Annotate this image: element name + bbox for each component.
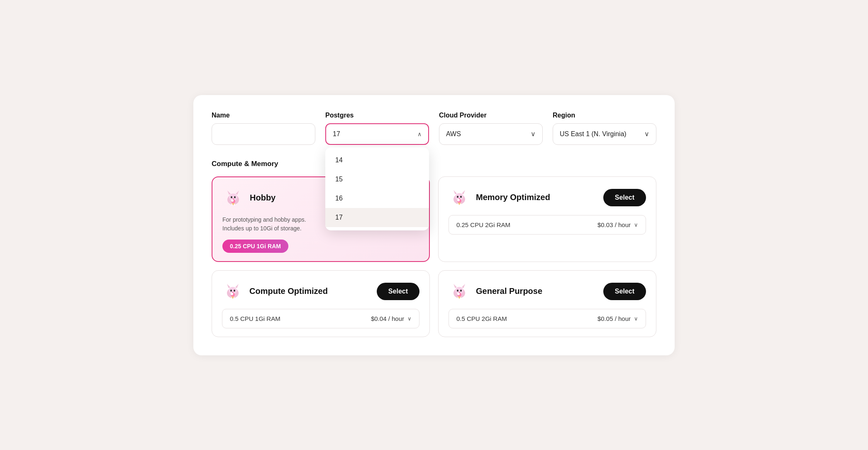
compute-optimized-select-button[interactable]: Select bbox=[377, 283, 419, 300]
compute-optimized-specs-text: 0.5 CPU 1Gi RAM bbox=[230, 315, 280, 322]
postgres-dropdown-menu: 14 15 16 17 bbox=[325, 147, 429, 230]
svg-marker-36 bbox=[462, 284, 465, 288]
memory-optimized-card-top: Memory Optimized Select bbox=[449, 187, 646, 208]
memory-optimized-price-text: $0.03 / hour bbox=[597, 221, 631, 228]
svg-point-38 bbox=[460, 289, 462, 291]
general-purpose-card-name: General Purpose bbox=[476, 286, 542, 296]
svg-point-9 bbox=[231, 199, 234, 202]
postgres-option-16[interactable]: 16 bbox=[325, 189, 429, 208]
compute-optimized-price-row: $0.04 / hour ∨ bbox=[371, 315, 412, 322]
postgres-selected-value: 17 bbox=[333, 130, 340, 138]
svg-marker-2 bbox=[227, 191, 231, 195]
svg-point-26 bbox=[230, 289, 232, 291]
general-purpose-price-text: $0.05 / hour bbox=[597, 315, 631, 322]
region-selected-value: US East 1 (N. Virginia) bbox=[560, 130, 627, 138]
memory-optimized-specs-text: 0.25 CPU 2Gi RAM bbox=[456, 221, 510, 228]
region-select[interactable]: US East 1 (N. Virginia) ∨ bbox=[553, 123, 656, 145]
memory-optimized-price-row: $0.03 / hour ∨ bbox=[597, 221, 638, 228]
svg-marker-13 bbox=[454, 190, 457, 194]
postgres-select-button[interactable]: 17 ∧ bbox=[325, 123, 429, 145]
memory-optimized-card: Memory Optimized Select 0.25 CPU 2Gi RAM… bbox=[438, 176, 656, 262]
compute-optimized-card-bottom: 0.5 CPU 1Gi RAM $0.04 / hour ∨ bbox=[222, 309, 419, 328]
memory-optimized-card-name: Memory Optimized bbox=[476, 193, 550, 202]
general-purpose-animal-icon bbox=[449, 281, 470, 302]
name-field-group: Name bbox=[212, 112, 315, 145]
compute-cards-grid: Hobby For prototyping and hobby apps.Inc… bbox=[212, 176, 656, 337]
compute-optimized-card-top: Compute Optimized Select bbox=[222, 281, 419, 302]
general-purpose-price-row: $0.05 / hour ∨ bbox=[597, 315, 638, 322]
top-row: Name Postgres 17 ∧ 14 15 16 17 Cloud Pr bbox=[212, 112, 656, 145]
svg-point-42 bbox=[457, 293, 460, 295]
general-purpose-specs-row[interactable]: 0.5 CPU 2Gi RAM $0.05 / hour ∨ bbox=[449, 309, 646, 328]
postgres-option-17[interactable]: 17 bbox=[325, 208, 429, 227]
postgres-label: Postgres bbox=[325, 112, 429, 119]
postgres-dropdown: 17 ∧ 14 15 16 17 bbox=[325, 123, 429, 145]
region-field-group: Region US East 1 (N. Virginia) ∨ bbox=[553, 112, 656, 145]
region-label: Region bbox=[553, 112, 656, 119]
postgres-option-14[interactable]: 14 bbox=[325, 151, 429, 170]
cloud-provider-label: Cloud Provider bbox=[439, 112, 543, 119]
compute-section-title: Compute & Memory bbox=[212, 160, 656, 168]
main-card: Name Postgres 17 ∧ 14 15 16 17 Cloud Pr bbox=[193, 95, 675, 355]
general-purpose-card-bottom: 0.5 CPU 2Gi RAM $0.05 / hour ∨ bbox=[449, 309, 646, 328]
postgres-option-15[interactable]: 15 bbox=[325, 170, 429, 189]
svg-point-28 bbox=[232, 292, 234, 293]
compute-optimized-card-name: Compute Optimized bbox=[249, 286, 328, 296]
chevron-down-icon-cloud: ∨ bbox=[531, 130, 536, 138]
compute-optimized-price-text: $0.04 / hour bbox=[371, 315, 404, 322]
svg-point-27 bbox=[234, 289, 235, 291]
memory-optimized-card-bottom: 0.25 CPU 2Gi RAM $0.03 / hour ∨ bbox=[449, 215, 646, 235]
memory-optimized-specs-row[interactable]: 0.25 CPU 2Gi RAM $0.03 / hour ∨ bbox=[449, 215, 646, 235]
compute-optimized-card-left: Compute Optimized bbox=[222, 281, 328, 302]
svg-point-5 bbox=[234, 196, 236, 198]
svg-point-4 bbox=[231, 196, 232, 198]
svg-point-16 bbox=[460, 196, 462, 198]
chevron-up-icon: ∧ bbox=[417, 131, 422, 137]
hobby-animal-icon bbox=[222, 187, 244, 209]
svg-point-15 bbox=[457, 196, 458, 198]
cloud-selected-value: AWS bbox=[446, 130, 461, 138]
memory-optimized-select-button[interactable]: Select bbox=[603, 189, 646, 206]
cloud-provider-field-group: Cloud Provider AWS ∨ bbox=[439, 112, 543, 145]
name-input[interactable] bbox=[212, 123, 315, 145]
general-purpose-card-left: General Purpose bbox=[449, 281, 542, 302]
svg-point-17 bbox=[459, 198, 460, 199]
svg-point-31 bbox=[231, 293, 233, 295]
general-purpose-card: General Purpose Select 0.5 CPU 2Gi RAM $… bbox=[438, 270, 656, 337]
postgres-field-group: Postgres 17 ∧ 14 15 16 17 bbox=[325, 112, 429, 145]
memory-optimized-animal-icon bbox=[449, 187, 470, 208]
memory-optimized-card-left: Memory Optimized bbox=[449, 187, 550, 208]
hobby-card-name: Hobby bbox=[250, 193, 276, 203]
general-purpose-select-button[interactable]: Select bbox=[603, 283, 646, 300]
chevron-down-icon-general: ∨ bbox=[634, 315, 638, 322]
svg-marker-14 bbox=[462, 190, 465, 194]
chevron-down-icon-memory: ∨ bbox=[634, 222, 638, 228]
compute-optimized-specs-row[interactable]: 0.5 CPU 1Gi RAM $0.04 / hour ∨ bbox=[222, 309, 419, 328]
hobby-card-left: Hobby bbox=[222, 187, 276, 209]
svg-point-37 bbox=[457, 289, 458, 291]
svg-marker-35 bbox=[454, 284, 457, 288]
compute-optimized-card: Compute Optimized Select 0.5 CPU 1Gi RAM… bbox=[212, 270, 430, 337]
svg-marker-25 bbox=[235, 284, 239, 288]
svg-point-6 bbox=[233, 198, 234, 199]
chevron-down-icon-compute: ∨ bbox=[407, 315, 412, 322]
compute-optimized-animal-icon bbox=[222, 281, 244, 302]
hobby-cpu-badge: 0.25 CPU 1Gi RAM bbox=[222, 240, 288, 253]
svg-point-39 bbox=[459, 292, 460, 293]
general-purpose-specs-text: 0.5 CPU 2Gi RAM bbox=[456, 315, 507, 322]
name-label: Name bbox=[212, 112, 315, 119]
svg-marker-24 bbox=[227, 284, 230, 288]
svg-point-20 bbox=[457, 199, 460, 201]
general-purpose-card-top: General Purpose Select bbox=[449, 281, 646, 302]
svg-marker-3 bbox=[236, 191, 239, 195]
cloud-provider-select[interactable]: AWS ∨ bbox=[439, 123, 543, 145]
chevron-down-icon-region: ∨ bbox=[644, 130, 649, 138]
